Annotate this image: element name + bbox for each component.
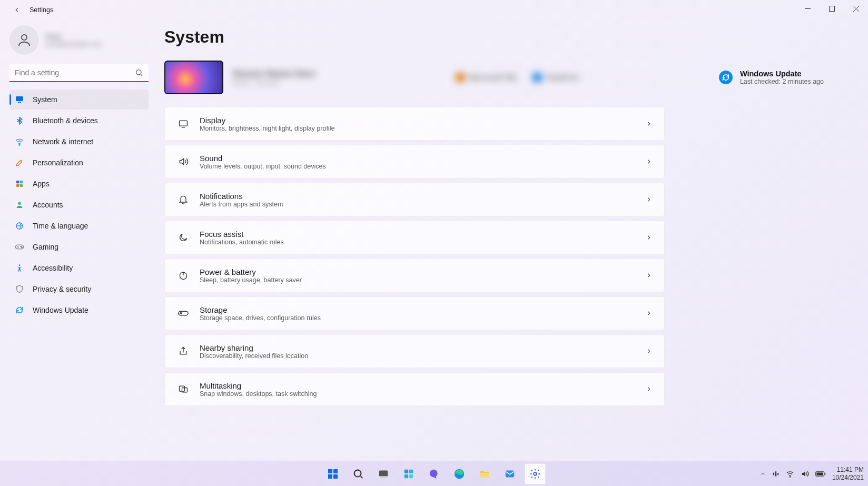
microsoft-365-info[interactable]: Microsoft 365: [456, 73, 517, 82]
taskbar-start[interactable]: [322, 463, 343, 484]
globe-clock-icon: [15, 221, 24, 231]
setting-item-multitask[interactable]: MultitaskingSnap windows, desktops, task…: [164, 372, 665, 406]
sidebar-item-gaming[interactable]: Gaming: [9, 237, 149, 257]
setting-item-notifications[interactable]: NotificationsAlerts from apps and system: [164, 183, 665, 216]
settings-item-list: DisplayMonitors, brightness, night light…: [164, 107, 665, 406]
taskbar-center: [322, 463, 546, 484]
sidebar-item-label: Windows Update: [33, 306, 88, 314]
windows-update-subtitle: Last checked: 2 minutes ago: [740, 78, 824, 85]
sidebar-item-update[interactable]: Windows Update: [9, 300, 149, 320]
setting-item-nearby[interactable]: Nearby sharingDiscoverability, received …: [164, 334, 665, 368]
tray-app-icon[interactable]: [772, 470, 780, 478]
tray-chevron-up-icon[interactable]: [760, 471, 766, 477]
windows-update-title: Windows Update: [740, 70, 824, 78]
svg-point-15: [19, 264, 21, 266]
sidebar-item-system[interactable]: System: [9, 90, 149, 110]
widgets-icon: [403, 468, 415, 480]
back-button[interactable]: [9, 3, 24, 17]
setting-item-sound[interactable]: SoundVolume levels, output, input, sound…: [164, 145, 665, 178]
windows-update-text: Windows Update Last checked: 2 minutes a…: [740, 70, 824, 85]
svg-rect-3: [16, 96, 23, 101]
setting-item-display[interactable]: DisplayMonitors, brightness, night light…: [164, 107, 665, 141]
setting-item-title: Power & battery: [200, 267, 302, 276]
avatar-icon: [9, 25, 39, 55]
svg-rect-25: [333, 474, 338, 479]
svg-rect-16: [180, 121, 188, 126]
setting-item-desc: Snap windows, desktops, task switching: [200, 390, 317, 398]
chevron-right-icon: [645, 196, 653, 203]
taskbar-explorer[interactable]: [474, 463, 495, 484]
svg-point-40: [790, 476, 790, 477]
edge-icon: [453, 468, 465, 480]
shield-icon: [15, 284, 24, 294]
display-icon: [174, 118, 192, 129]
svg-rect-9: [20, 184, 23, 187]
svg-rect-38: [775, 471, 776, 476]
sidebar-item-privacy[interactable]: Privacy & security: [9, 279, 149, 299]
sidebar-item-time[interactable]: Time & language: [9, 216, 149, 236]
onedrive-info[interactable]: OneDrive: [532, 73, 579, 82]
svg-rect-27: [379, 470, 388, 477]
search-input[interactable]: [9, 64, 149, 82]
wifi-icon[interactable]: [786, 470, 794, 478]
setting-item-storage[interactable]: StorageStorage space, drives, configurat…: [164, 296, 665, 330]
sidebar: User user@example.com SystemBluetooth & …: [0, 20, 158, 461]
setting-item-text: DisplayMonitors, brightness, night light…: [200, 116, 334, 132]
device-info[interactable]: Device Name Here Model · Rename: [233, 68, 315, 87]
taskbar-mail[interactable]: [499, 463, 520, 484]
svg-point-14: [22, 247, 23, 248]
sidebar-item-label: Personalization: [33, 158, 83, 167]
volume-icon[interactable]: [801, 470, 809, 478]
taskbar-teams[interactable]: [423, 463, 445, 484]
setting-item-title: Sound: [200, 154, 326, 163]
search-wrap: [9, 64, 149, 82]
svg-point-36: [534, 472, 537, 475]
sidebar-item-personalization[interactable]: Personalization: [9, 153, 149, 173]
svg-point-19: [180, 313, 182, 314]
setting-item-title: Display: [200, 116, 334, 125]
gamepad-icon: [15, 242, 24, 252]
sidebar-item-network[interactable]: Network & internet: [9, 132, 149, 152]
brush-icon: [15, 158, 24, 167]
windows-update-shortcut[interactable]: Windows Update Last checked: 2 minutes a…: [719, 70, 824, 85]
sidebar-item-apps[interactable]: Apps: [9, 174, 149, 194]
sidebar-item-label: Privacy & security: [33, 285, 91, 293]
svg-rect-24: [328, 474, 332, 479]
nav-list: SystemBluetooth & devicesNetwork & inter…: [9, 90, 149, 320]
setting-item-desc: Sleep, battery usage, battery saver: [200, 276, 302, 284]
taskbar-settings[interactable]: [525, 463, 546, 484]
update-icon: [15, 305, 24, 315]
svg-point-10: [18, 202, 21, 205]
account-button[interactable]: User user@example.com: [9, 25, 149, 55]
clock[interactable]: 11:41 PM 10/24/2021: [832, 466, 864, 481]
sidebar-item-accessibility[interactable]: Accessibility: [9, 258, 149, 278]
setting-item-text: Nearby sharingDiscoverability, received …: [200, 343, 308, 360]
taskbar-taskview[interactable]: [373, 463, 394, 484]
sidebar-item-label: Apps: [33, 180, 50, 188]
taskbar-edge[interactable]: [449, 463, 470, 484]
header-services: Microsoft 365 OneDrive: [325, 73, 709, 82]
minimize-button[interactable]: [795, 0, 820, 17]
maximize-button[interactable]: [820, 0, 844, 17]
sidebar-item-label: Accessibility: [33, 264, 73, 272]
battery-icon[interactable]: [815, 470, 826, 478]
sidebar-item-accounts[interactable]: Accounts: [9, 195, 149, 215]
setting-item-title: Storage: [200, 305, 321, 314]
setting-item-title: Multitasking: [200, 381, 317, 390]
setting-item-focus[interactable]: Focus assistNotifications, automatic rul…: [164, 221, 665, 254]
titlebar: Settings: [0, 0, 868, 20]
device-thumbnail[interactable]: [164, 61, 223, 94]
svg-rect-32: [409, 474, 413, 478]
svg-point-5: [19, 144, 20, 145]
setting-item-desc: Volume levels, output, input, sound devi…: [200, 163, 326, 170]
taskbar-widgets[interactable]: [398, 463, 419, 484]
close-button[interactable]: [844, 0, 868, 17]
sidebar-item-bluetooth[interactable]: Bluetooth & devices: [9, 111, 149, 131]
setting-item-text: SoundVolume levels, output, input, sound…: [200, 154, 326, 170]
window-title: Settings: [29, 6, 53, 14]
svg-point-2: [136, 70, 141, 75]
taskbar-search[interactable]: [348, 463, 369, 484]
storage-icon: [174, 310, 192, 317]
setting-item-power[interactable]: Power & batterySleep, battery usage, bat…: [164, 259, 665, 292]
mail-icon: [504, 468, 516, 480]
